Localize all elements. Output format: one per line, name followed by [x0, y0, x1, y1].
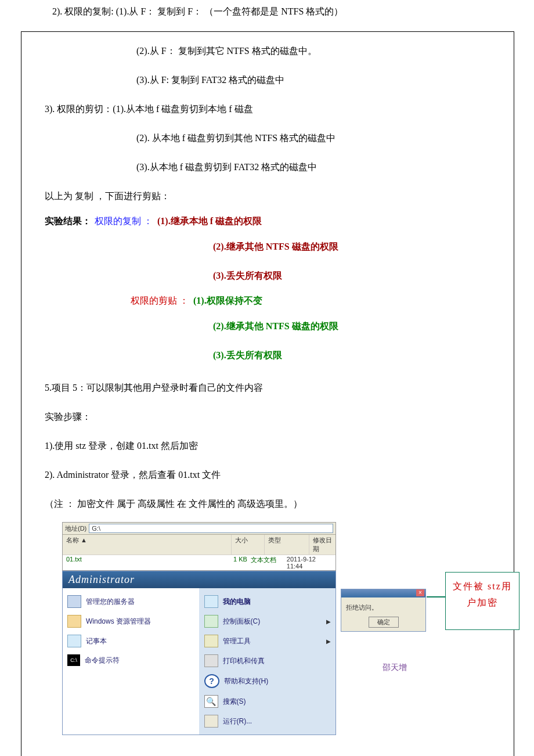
result-row-copy: 实验结果： 权限的复制 ： (1).继承本地 f 磁盘的权限 — [39, 215, 496, 228]
dialog-titlebar: × — [341, 589, 425, 597]
run-icon — [204, 715, 218, 728]
menu-label: 管理工具 — [223, 636, 251, 646]
copy-result-3: (3).丢失所有权限 — [213, 266, 496, 286]
file-size: 1 KB — [222, 556, 251, 570]
menu-label: 控制面板(C) — [223, 617, 261, 627]
menu-cmd[interactable]: C:\ 命令提示符 — [65, 651, 197, 669]
steps-label: 实验步骤： — [45, 407, 496, 427]
menu-label: 管理您的服务器 — [86, 597, 135, 607]
address-path[interactable]: G:\ — [89, 524, 333, 533]
start-menu-title: Administrator — [63, 571, 335, 588]
start-right-column: 我的电脑 控制面板(C) ▶ 管理工具 ▶ 打印机和传真 — [200, 588, 336, 735]
result-label: 实验结果： — [45, 215, 91, 228]
control-panel-icon — [204, 615, 218, 628]
notepad-icon — [67, 635, 81, 647]
menu-label: 打印机和传真 — [223, 656, 265, 666]
start-menu: Administrator 管理您的服务器 Windows 资源管理器 记事本 — [62, 571, 336, 735]
menu-printers[interactable]: 打印机和传真 — [202, 651, 334, 671]
server-icon — [67, 595, 81, 608]
explorer-window: 地址(D) G:\ 名称 ▲ 大小 类型 修改日期 01.txt 1 KB 文本… — [62, 522, 336, 571]
cut-result-2: (2).继承其他 NTFS 磁盘的权限 — [213, 316, 496, 336]
menu-help[interactable]: ? 帮助和支持(H) — [202, 671, 334, 692]
project-5: 5.项目 5：可以限制其他用户登录时看自己的文件内容 — [45, 378, 496, 398]
cut-item-3: (3).从本地 f 磁盘剪切到 FAT32 格式的磁盘中 — [136, 157, 496, 177]
callout-connector — [427, 596, 445, 597]
address-label: 地址(D) — [65, 524, 86, 533]
menu-run[interactable]: 运行(R)... — [202, 711, 334, 731]
file-name: 01.txt — [66, 556, 222, 570]
step-1: 1).使用 stz 登录，创建 01.txt 然后加密 — [45, 436, 496, 456]
copy-label: 权限的复制 ： — [95, 215, 153, 228]
menu-control-panel[interactable]: 控制面板(C) ▶ — [202, 611, 334, 631]
menu-label: 帮助和支持(H) — [224, 676, 269, 686]
help-icon: ? — [204, 674, 219, 688]
cut-label: 权限的剪贴 ： — [131, 295, 189, 307]
menu-label: 搜索(S) — [223, 697, 246, 707]
chevron-right-icon: ▶ — [326, 638, 331, 645]
cut-result-1: (1).权限保持不变 — [193, 295, 262, 307]
menu-manage-server[interactable]: 管理您的服务器 — [65, 592, 197, 611]
menu-label: 记事本 — [86, 636, 107, 646]
chevron-right-icon: ▶ — [326, 618, 331, 625]
menu-windows-explorer[interactable]: Windows 资源管理器 — [65, 611, 197, 631]
menu-notepad[interactable]: 记事本 — [65, 631, 197, 651]
line-outside-top: 2). 权限的复制: (1).从 F： 复制到 F： （一个盘符都是是 NTFS… — [52, 3, 534, 20]
menu-label: Windows 资源管理器 — [86, 617, 151, 627]
copy-item-3: (3).从 F: 复制到 FAT32 格式的磁盘中 — [136, 70, 496, 90]
watermark-text: 邵天增 — [383, 663, 407, 673]
cmd-icon: C:\ — [67, 654, 80, 666]
page-frame: (2).从 F： 复制到其它 NTFS 格式的磁盘中。 (3).从 F: 复制到… — [21, 31, 514, 756]
file-row[interactable]: 01.txt 1 KB 文本文档 2011-9-12 11:44 — [63, 555, 335, 570]
close-icon[interactable]: × — [416, 589, 424, 596]
cut-item-2: (2). 从本地 f 磁盘剪切到其他 NTFS 格式的磁盘中 — [136, 128, 496, 148]
transition-text: 以上为 复制 ，下面进行剪贴： — [45, 186, 496, 206]
menu-search[interactable]: 🔍 搜索(S) — [202, 692, 334, 711]
folder-icon — [67, 615, 81, 628]
address-bar: 地址(D) G:\ — [63, 523, 335, 535]
file-type: 文本文档 — [251, 556, 287, 570]
menu-label: 运行(R)... — [223, 717, 252, 726]
copy-item-2: (2).从 F： 复制到其它 NTFS 格式的磁盘中。 — [136, 41, 496, 61]
menu-admin-tools[interactable]: 管理工具 ▶ — [202, 631, 334, 651]
note-text: （注 ： 加密文件 属于 高级属性 在 文件属性的 高级选项里。） — [45, 494, 496, 514]
pc-icon — [204, 595, 218, 608]
menu-label: 我的电脑 — [223, 597, 251, 607]
start-left-column: 管理您的服务器 Windows 资源管理器 记事本 C:\ 命令提示符 — [63, 588, 200, 735]
ok-button[interactable]: 确定 — [369, 617, 399, 628]
cut-result-3: (3).丢失所有权限 — [213, 345, 496, 365]
tools-icon — [204, 635, 218, 647]
file-date: 2011-9-12 11:44 — [287, 556, 332, 570]
step-2: 2). Administrator 登录，然后查看 01.txt 文件 — [45, 465, 496, 485]
menu-label: 命令提示符 — [85, 656, 120, 665]
copy-result-1: (1).继承本地 f 磁盘的权限 — [157, 215, 262, 228]
access-denied-dialog: × 拒绝访问。 确定 — [341, 589, 426, 632]
col-name[interactable]: 名称 ▲ — [63, 535, 232, 555]
search-icon: 🔍 — [204, 695, 218, 708]
col-date[interactable]: 修改日期 — [309, 535, 335, 555]
column-headers: 名称 ▲ 大小 类型 修改日期 — [63, 535, 335, 555]
embedded-screenshot: 地址(D) G:\ 名称 ▲ 大小 类型 修改日期 01.txt 1 KB 文本… — [62, 522, 515, 735]
dialog-message: 拒绝访问。 — [346, 603, 421, 612]
cut-heading: 3). 权限的剪切：(1).从本地 f 磁盘剪切到本地 f 磁盘 — [45, 99, 496, 119]
callout-box: 文件被 stz用户加密 — [445, 572, 519, 630]
printer-icon — [204, 654, 218, 667]
result-row-cut: 权限的剪贴 ： (1).权限保持不变 — [131, 295, 496, 307]
copy-result-2: (2).继承其他 NTFS 磁盘的权限 — [213, 237, 496, 257]
col-type[interactable]: 类型 — [265, 535, 309, 555]
menu-my-computer[interactable]: 我的电脑 — [202, 592, 334, 611]
col-size[interactable]: 大小 — [232, 535, 265, 555]
